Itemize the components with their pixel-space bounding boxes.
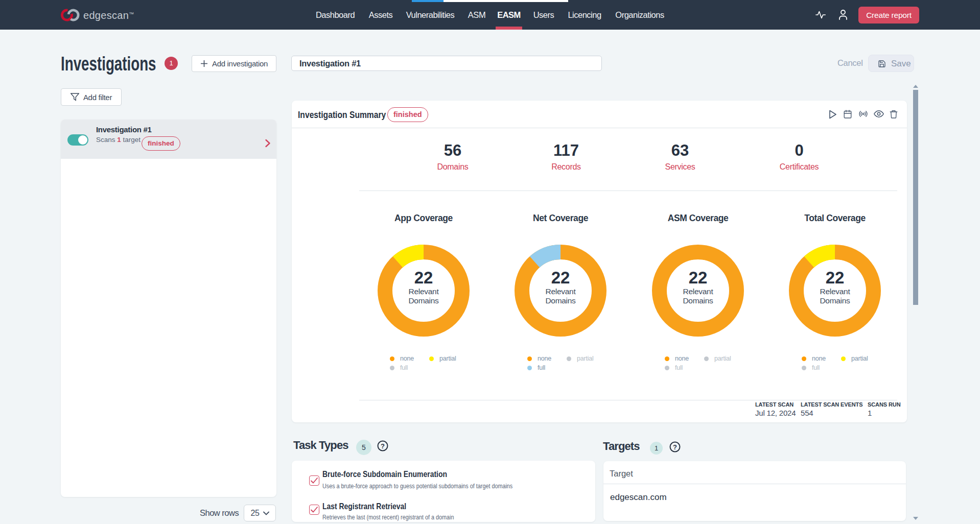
svg-text:?: ? — [673, 443, 677, 451]
svg-text:?: ? — [381, 442, 385, 450]
